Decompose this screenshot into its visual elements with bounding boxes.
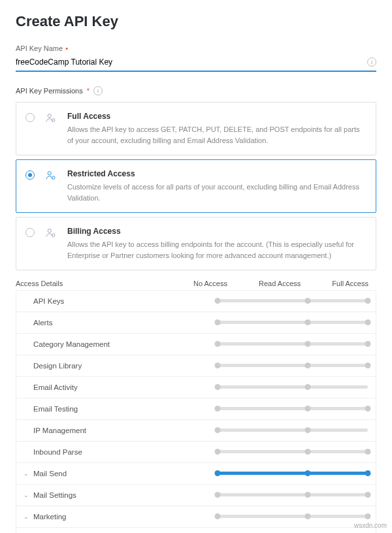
access-row: ⌄ Mail Settings [16, 485, 376, 506]
info-icon[interactable]: i [93, 86, 103, 95]
access-slider[interactable] [218, 385, 368, 390]
access-row: Category Management [16, 334, 376, 355]
access-slider[interactable] [218, 363, 368, 368]
permission-title: Full Access [67, 112, 367, 121]
user-icon [45, 170, 57, 184]
access-row: Partners [16, 528, 376, 533]
access-row-label: Email Testing [31, 405, 218, 413]
access-details-label: Access Details [16, 280, 63, 287]
access-row-label: Inbound Parse [31, 448, 218, 456]
access-row-label: Category Management [31, 340, 218, 348]
radio-icon [25, 170, 35, 180]
access-slider[interactable] [218, 449, 368, 455]
access-slider[interactable] [218, 514, 368, 519]
access-row: Design Library [16, 355, 376, 377]
access-row: IP Management [16, 420, 376, 442]
access-slider[interactable] [218, 406, 368, 412]
permission-desc: Allows the API key to access billing end… [67, 239, 367, 261]
access-slider[interactable] [218, 342, 368, 347]
user-icon [45, 227, 57, 241]
api-key-name-label: API Key Name• [16, 44, 376, 52]
access-columns: No Access Read Access Full Access [193, 280, 376, 287]
access-row-label: Mail Send [31, 470, 218, 477]
access-row: Alerts [16, 312, 376, 334]
access-row: Email Activity [16, 377, 376, 398]
chevron-down-icon[interactable]: ⌄ [22, 492, 31, 498]
access-row-label: Mail Settings [31, 491, 218, 499]
access-row-label: Alerts [31, 319, 218, 327]
svg-point-0 [48, 114, 51, 118]
access-row-label: API Keys [31, 297, 218, 305]
permissions-label: API Key Permissions* i [16, 86, 376, 95]
access-row: Email Testing [16, 398, 376, 420]
chevron-down-icon[interactable]: ⌄ [22, 470, 31, 477]
permission-option-full-access[interactable]: Full AccessAllows the API key to access … [16, 102, 376, 155]
chevron-down-icon[interactable]: ⌄ [22, 513, 31, 520]
access-row: ⌄ Marketing [16, 506, 376, 528]
page-title: Create API Key [16, 13, 376, 30]
svg-point-2 [48, 172, 51, 175]
access-slider[interactable] [218, 493, 368, 498]
permission-option-restricted-access[interactable]: Restricted AccessCustomize levels of acc… [16, 159, 376, 213]
radio-icon [25, 113, 35, 122]
access-row-label: Design Library [31, 362, 218, 370]
user-icon [45, 112, 57, 126]
api-key-name-input[interactable] [16, 55, 376, 72]
access-slider[interactable] [218, 471, 368, 476]
permission-desc: Allows the API key to access GET, PATCH,… [67, 124, 367, 146]
access-row: API Keys [16, 290, 376, 312]
access-row-label: Marketing [31, 513, 218, 521]
info-icon[interactable]: i [367, 57, 376, 67]
permission-option-billing-access[interactable]: Billing AccessAllows the API key to acce… [16, 217, 376, 270]
access-row-label: Email Activity [31, 383, 218, 391]
access-slider[interactable] [218, 320, 368, 325]
svg-point-4 [48, 229, 51, 233]
permission-title: Billing Access [67, 227, 367, 236]
radio-icon [25, 228, 35, 237]
permission-desc: Customize levels of access for all parts… [67, 182, 367, 203]
access-row-label: IP Management [31, 427, 218, 434]
permission-title: Restricted Access [67, 169, 367, 178]
access-slider[interactable] [218, 299, 368, 304]
access-row: ⌄ Mail Send [16, 463, 376, 485]
access-slider[interactable] [218, 428, 368, 433]
watermark: wsxdn.com [354, 522, 387, 529]
access-row: Inbound Parse [16, 442, 376, 463]
